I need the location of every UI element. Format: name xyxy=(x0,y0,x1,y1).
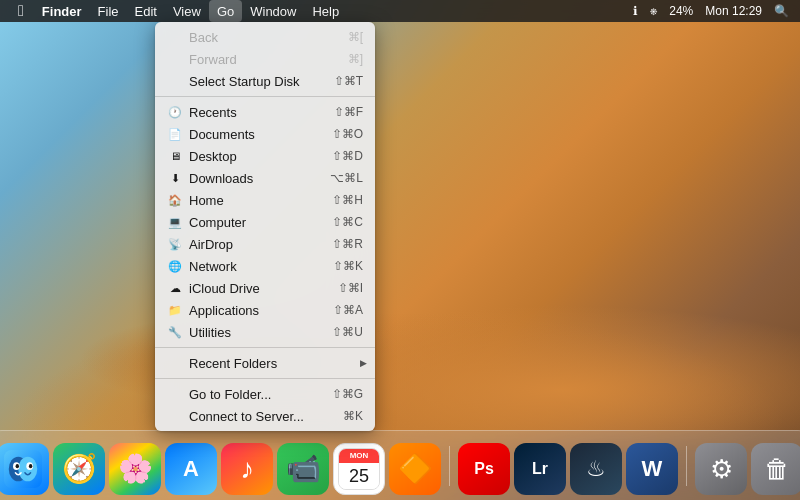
menu-applications-shortcut: ⇧⌘A xyxy=(333,303,363,317)
bluetooth-status[interactable]: ⎈ xyxy=(647,4,660,18)
menu-airdrop[interactable]: 📡 AirDrop ⇧⌘R xyxy=(155,233,375,255)
desktop-icon: 🖥 xyxy=(167,148,183,164)
menu-icloud-drive-shortcut: ⇧⌘I xyxy=(338,281,363,295)
menu-recents[interactable]: 🕐 Recents ⇧⌘F xyxy=(155,101,375,123)
downloads-icon: ⬇ xyxy=(167,170,183,186)
menu-applications[interactable]: 📁 Applications ⇧⌘A xyxy=(155,299,375,321)
photoshop-icon: Ps xyxy=(474,461,494,477)
dock-itunes[interactable]: ♪ xyxy=(221,443,273,495)
menu-recents-label: Recents xyxy=(189,105,334,120)
dock-photoshop[interactable]: Ps xyxy=(458,443,510,495)
dock: 🧭 🌸 A ♪ 📹 MON 25 🔶 xyxy=(0,430,800,500)
menu-back[interactable]: Back ⌘[ xyxy=(155,26,375,48)
menu-back-shortcut: ⌘[ xyxy=(348,30,363,44)
menu-utilities-shortcut: ⇧⌘U xyxy=(332,325,363,339)
dock-vlc[interactable]: 🔶 xyxy=(389,443,441,495)
menu-documents-label: Documents xyxy=(189,127,332,142)
dock-safari[interactable]: 🧭 xyxy=(53,443,105,495)
dock-appstore[interactable]: A xyxy=(165,443,217,495)
menu-goto-folder-label: Go to Folder... xyxy=(189,387,332,402)
dock-lightroom[interactable]: Lr xyxy=(514,443,566,495)
menu-utilities[interactable]: 🔧 Utilities ⇧⌘U xyxy=(155,321,375,343)
menu-documents-shortcut: ⇧⌘O xyxy=(332,127,363,141)
menubar-file[interactable]: File xyxy=(90,0,127,22)
dock-facetime[interactable]: 📹 xyxy=(277,443,329,495)
menu-goto-folder-shortcut: ⇧⌘G xyxy=(332,387,363,401)
menubar-finder[interactable]: Finder xyxy=(34,0,90,22)
appstore-icon: A xyxy=(183,458,199,480)
word-icon: W xyxy=(642,458,663,480)
dock-separator xyxy=(449,446,450,486)
menu-forward-label: Forward xyxy=(189,52,348,67)
goto-folder-icon xyxy=(167,386,183,402)
menu-downloads[interactable]: ⬇ Downloads ⌥⌘L xyxy=(155,167,375,189)
apple-menu[interactable]:  xyxy=(8,0,34,22)
dock-photos[interactable]: 🌸 xyxy=(109,443,161,495)
system-preferences-icon: ⚙ xyxy=(710,456,733,482)
computer-icon: 💻 xyxy=(167,214,183,230)
menubar-help[interactable]: Help xyxy=(304,0,347,22)
dock-word[interactable]: W xyxy=(626,443,678,495)
menu-forward-shortcut: ⌘] xyxy=(348,52,363,66)
network-icon: 🌐 xyxy=(167,258,183,274)
menu-downloads-shortcut: ⌥⌘L xyxy=(330,171,363,185)
menu-icloud-drive[interactable]: ☁ iCloud Drive ⇧⌘I xyxy=(155,277,375,299)
menubar-go[interactable]: Go xyxy=(209,0,242,22)
menu-back-label: Back xyxy=(189,30,348,45)
menu-computer-shortcut: ⇧⌘C xyxy=(332,215,363,229)
menu-recent-folders[interactable]: Recent Folders xyxy=(155,352,375,374)
menu-network-shortcut: ⇧⌘K xyxy=(333,259,363,273)
menu-applications-label: Applications xyxy=(189,303,333,318)
menu-startup-disk-label: Select Startup Disk xyxy=(189,74,334,89)
finder-icon xyxy=(4,450,42,488)
menu-recent-folders-label: Recent Folders xyxy=(189,356,363,371)
menu-desktop[interactable]: 🖥 Desktop ⇧⌘D xyxy=(155,145,375,167)
menubar-left:  Finder File Edit View Go Window Help xyxy=(8,0,347,22)
menu-startup-disk-shortcut: ⇧⌘T xyxy=(334,74,363,88)
menubar-edit[interactable]: Edit xyxy=(127,0,165,22)
connect-server-icon xyxy=(167,408,183,424)
vlc-icon: 🔶 xyxy=(398,455,433,483)
menu-desktop-label: Desktop xyxy=(189,149,332,164)
spotlight-icon[interactable]: 🔍 xyxy=(771,4,792,18)
trash-icon: 🗑 xyxy=(764,456,790,482)
documents-icon: 📄 xyxy=(167,126,183,142)
airdrop-icon: 📡 xyxy=(167,236,183,252)
menubar-view[interactable]: View xyxy=(165,0,209,22)
menu-goto-folder[interactable]: Go to Folder... ⇧⌘G xyxy=(155,383,375,405)
svg-point-5 xyxy=(16,464,19,468)
menu-home[interactable]: 🏠 Home ⇧⌘H xyxy=(155,189,375,211)
menu-home-shortcut: ⇧⌘H xyxy=(332,193,363,207)
menu-startup-disk[interactable]: Select Startup Disk ⇧⌘T xyxy=(155,70,375,92)
go-menu: Back ⌘[ Forward ⌘] Select Startup Disk ⇧… xyxy=(155,22,375,431)
menu-documents[interactable]: 📄 Documents ⇧⌘O xyxy=(155,123,375,145)
dock-system-preferences[interactable]: ⚙ xyxy=(695,443,747,495)
icloud-icon: ☁ xyxy=(167,280,183,296)
separator-3 xyxy=(155,378,375,379)
menu-connect-server[interactable]: Connect to Server... ⌘K xyxy=(155,405,375,427)
menu-network[interactable]: 🌐 Network ⇧⌘K xyxy=(155,255,375,277)
menu-computer-label: Computer xyxy=(189,215,332,230)
menu-network-label: Network xyxy=(189,259,333,274)
dock-calendar[interactable]: MON 25 xyxy=(333,443,385,495)
battery-percent: 24% xyxy=(669,4,693,18)
menubar-right: ℹ ⎈ 24% Mon 12:29 🔍 xyxy=(630,4,792,18)
startup-disk-icon xyxy=(167,73,183,89)
dock-steam[interactable]: ♨ xyxy=(570,443,622,495)
dock-finder[interactable] xyxy=(0,443,49,495)
dock-trash[interactable]: 🗑 xyxy=(751,443,800,495)
menu-connect-server-label: Connect to Server... xyxy=(189,409,343,424)
menu-forward[interactable]: Forward ⌘] xyxy=(155,48,375,70)
menu-home-label: Home xyxy=(189,193,332,208)
wifi-status[interactable]: ℹ xyxy=(630,4,641,18)
menu-computer[interactable]: 💻 Computer ⇧⌘C xyxy=(155,211,375,233)
photos-icon: 🌸 xyxy=(118,455,153,483)
menu-airdrop-label: AirDrop xyxy=(189,237,332,252)
applications-icon: 📁 xyxy=(167,302,183,318)
desktop-background xyxy=(0,150,800,450)
utilities-icon: 🔧 xyxy=(167,324,183,340)
menubar-window[interactable]: Window xyxy=(242,0,304,22)
safari-icon: 🧭 xyxy=(62,455,97,483)
clock[interactable]: Mon 12:29 xyxy=(702,4,765,18)
battery-status[interactable]: 24% xyxy=(666,4,696,18)
